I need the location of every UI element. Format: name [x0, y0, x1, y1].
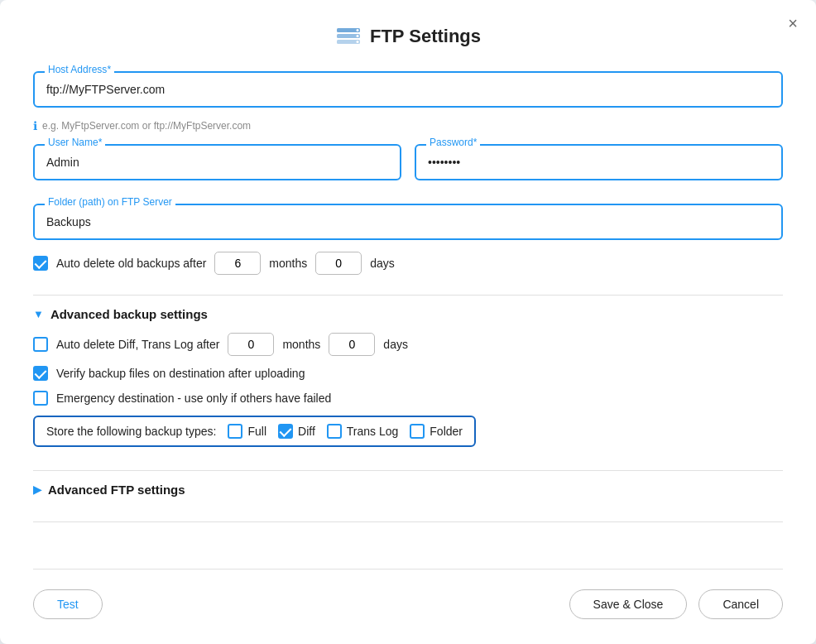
password-input[interactable]: [415, 144, 783, 180]
auto-delete-diff-row: Auto delete Diff, Trans Log after months…: [33, 333, 783, 356]
full-label: Full: [247, 425, 266, 438]
emergency-label: Emergency destination - use only if othe…: [56, 392, 331, 405]
dialog-title-text: FTP Settings: [370, 26, 481, 47]
diff-months-input[interactable]: [228, 333, 274, 356]
footer: Test Save & Close Cancel: [33, 569, 783, 619]
diff-days-label: days: [383, 338, 408, 351]
password-label: Password*: [426, 137, 480, 148]
diff-checkbox[interactable]: [278, 424, 293, 439]
username-input[interactable]: [33, 144, 401, 180]
username-label: User Name*: [45, 137, 105, 148]
advanced-backup-header[interactable]: ▼ Advanced backup settings: [33, 307, 783, 321]
svg-point-3: [356, 29, 358, 31]
backup-type-diff: Diff: [278, 424, 315, 439]
advanced-ftp-title: Advanced FTP settings: [48, 483, 185, 497]
emergency-row: Emergency destination - use only if othe…: [33, 391, 783, 406]
backup-types-row: Store the following backup types: Full D…: [33, 416, 783, 447]
full-checkbox[interactable]: [228, 424, 242, 439]
cancel-button[interactable]: Cancel: [698, 589, 783, 619]
diff-label: Diff: [298, 425, 315, 438]
ftp-icon: [335, 25, 362, 48]
password-field: Password*: [415, 144, 783, 180]
svg-point-5: [356, 41, 358, 43]
folder-type-label: Folder: [430, 425, 463, 438]
auto-delete-row: Auto delete old backups after months day…: [33, 252, 783, 275]
host-address-input[interactable]: [33, 71, 783, 108]
advanced-backup-title: Advanced backup settings: [50, 307, 208, 321]
advanced-backup-section: ▼ Advanced backup settings Auto delete D…: [33, 307, 783, 457]
diff-months-label: months: [282, 338, 320, 351]
folder-field: Folder (path) on FTP Server: [33, 204, 783, 240]
auto-delete-days-input[interactable]: [315, 252, 362, 275]
folder-label: Folder (path) on FTP Server: [45, 196, 175, 208]
host-hint-text: e.g. MyFtpServer.com or ftp://MyFtpServe…: [42, 120, 251, 132]
svg-point-4: [356, 35, 358, 37]
close-button[interactable]: ×: [788, 15, 798, 31]
verify-checkbox[interactable]: [33, 366, 48, 381]
auto-delete-months-label: months: [269, 257, 307, 270]
ftp-settings-dialog: × FTP Settings Host Address* ℹ e.g. MyFt…: [0, 0, 816, 644]
auto-delete-days-label: days: [370, 257, 395, 270]
save-close-button[interactable]: Save & Close: [569, 589, 688, 619]
advanced-ftp-header[interactable]: ▶ Advanced FTP settings: [33, 483, 783, 497]
verify-label: Verify backup files on destination after…: [56, 367, 305, 380]
info-icon: ℹ: [33, 119, 37, 132]
advanced-ftp-arrow: ▶: [33, 483, 41, 496]
folder-type-checkbox[interactable]: [410, 424, 425, 439]
advanced-ftp-section: ▶ Advanced FTP settings: [33, 483, 783, 508]
test-button[interactable]: Test: [33, 589, 103, 619]
auto-delete-checkbox[interactable]: [33, 256, 48, 271]
host-hint-row: ℹ e.g. MyFtpServer.com or ftp://MyFtpSer…: [33, 119, 783, 132]
backup-type-translog: Trans Log: [327, 424, 399, 439]
credentials-row: User Name* Password*: [33, 144, 783, 192]
host-address-field: Host Address*: [33, 71, 783, 108]
auto-delete-diff-label: Auto delete Diff, Trans Log after: [56, 338, 219, 351]
auto-delete-months-input[interactable]: [214, 252, 261, 275]
username-field: User Name*: [33, 144, 401, 180]
backup-types-box: Store the following backup types: Full D…: [33, 416, 476, 447]
divider-2: [33, 470, 783, 471]
auto-delete-label: Auto delete old backups after: [56, 257, 206, 270]
backup-type-full: Full: [228, 424, 266, 439]
translog-label: Trans Log: [347, 425, 399, 438]
divider-3: [33, 521, 783, 522]
emergency-checkbox[interactable]: [33, 391, 48, 406]
footer-right: Save & Close Cancel: [569, 589, 783, 619]
translog-checkbox[interactable]: [327, 424, 342, 439]
backup-type-folder: Folder: [410, 424, 463, 439]
verify-row: Verify backup files on destination after…: [33, 366, 783, 381]
advanced-backup-arrow: ▼: [33, 308, 44, 320]
divider-1: [33, 295, 783, 296]
dialog-title: FTP Settings: [33, 25, 783, 48]
folder-input[interactable]: [33, 204, 783, 240]
backup-types-prefix: Store the following backup types:: [46, 425, 216, 438]
auto-delete-diff-checkbox[interactable]: [33, 337, 48, 352]
diff-days-input[interactable]: [329, 333, 375, 356]
host-address-label: Host Address*: [45, 64, 114, 75]
